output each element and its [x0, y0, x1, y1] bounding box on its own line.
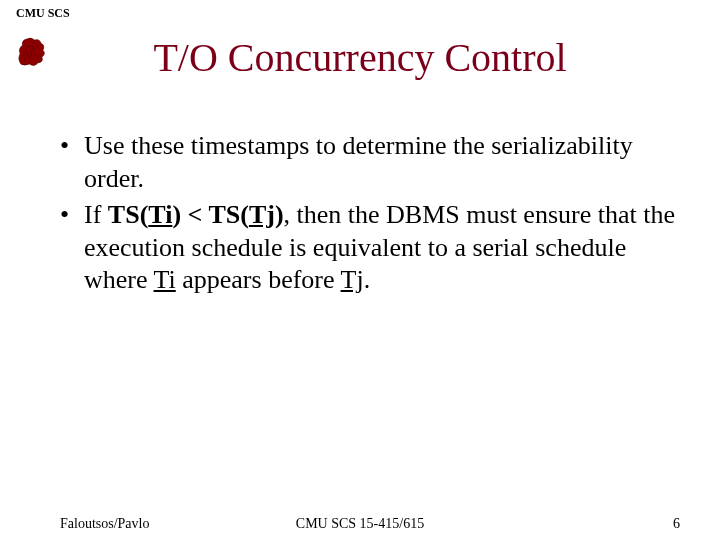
ti-var: Ti	[154, 265, 176, 294]
slide: CMU SCS T/O Concurrency Control Use thes…	[0, 0, 720, 540]
ti-var: Ti	[148, 200, 172, 229]
bullet-item: If TS(Ti) < TS(Tj), then the DBMS must e…	[60, 199, 680, 297]
ts-function: TS(	[208, 200, 248, 229]
footer-course: CMU SCS 15-415/615	[0, 516, 720, 532]
ts-function: TS(	[108, 200, 148, 229]
tj-var: Tj	[249, 200, 275, 229]
bullet-item: Use these timestamps to determine the se…	[60, 130, 680, 195]
bullet-text-mid2: appears before	[176, 265, 341, 294]
bullet-text-end: .	[364, 265, 371, 294]
institution-label: CMU SCS	[16, 6, 70, 21]
footer-page-number: 6	[673, 516, 680, 532]
slide-title: T/O Concurrency Control	[0, 34, 720, 81]
ts-close: ) <	[172, 200, 208, 229]
bullet-text: Use these timestamps to determine the se…	[84, 131, 633, 193]
tj-var: Tj	[341, 265, 364, 294]
bullet-list: Use these timestamps to determine the se…	[60, 130, 680, 297]
ts-close: )	[275, 200, 284, 229]
slide-body: Use these timestamps to determine the se…	[60, 130, 680, 301]
bullet-text-prefix: If	[84, 200, 108, 229]
